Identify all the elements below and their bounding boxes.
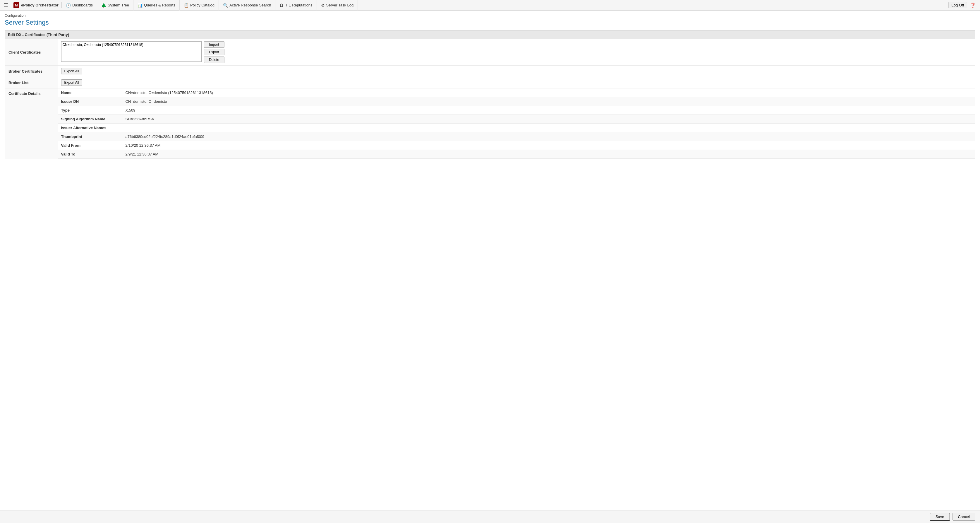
cert-detail-row: NameCN=demisto, O=demisto (1254075918261…	[58, 88, 975, 97]
policy-catalog-icon: 📋	[184, 3, 189, 8]
cert-detail-value: 2/9/21 12:36:37 AM	[122, 150, 975, 159]
breadcrumb: Configuration	[5, 13, 975, 18]
brand-icon: M	[13, 2, 19, 8]
certificate-details-label: Certificate Details	[5, 88, 58, 159]
client-certificates-value-cell: CN=demisto, O=demisto (12540759182611318…	[58, 39, 975, 65]
brand: M ePolicy Orchestrator	[11, 2, 62, 8]
broker-list-label: Broker List	[5, 77, 58, 88]
broker-list-export-all-button[interactable]: Export All	[61, 79, 83, 86]
cert-detail-value: a76b6380cd02ef224fc289a1d0f24ae01bfaf009	[122, 132, 975, 141]
nav-dashboards-label: Dashboards	[72, 3, 93, 7]
cert-detail-row: Issuer DNCN=demisto, O=demisto	[58, 97, 975, 106]
cert-details-table: NameCN=demisto, O=demisto (1254075918261…	[58, 88, 975, 159]
queries-reports-icon: 📊	[138, 3, 143, 8]
broker-list-value-cell: Export All	[58, 77, 975, 88]
cert-detail-row: Signing Algorithm NameSHA256withRSA	[58, 115, 975, 124]
delete-button[interactable]: Delete	[204, 56, 224, 63]
nav-server-task-log[interactable]: ⚙ Server Task Log	[317, 0, 358, 11]
logoff-button[interactable]: Log Off	[948, 2, 967, 8]
server-task-log-icon: ⚙	[321, 3, 325, 8]
cert-detail-row: Issuer Alternative Names	[58, 124, 975, 132]
cert-input-area: CN=demisto, O=demisto (12540759182611318…	[61, 41, 972, 63]
section-header: Edit DXL Certificates (Third Party)	[5, 30, 975, 39]
client-certificates-textarea[interactable]: CN=demisto, O=demisto (12540759182611318…	[61, 41, 202, 62]
broker-certificates-row: Broker Certificates Export All	[5, 65, 975, 77]
cert-buttons: Import Export Delete	[204, 41, 224, 63]
cert-detail-value: CN=demisto, O=demisto (12540759182611318…	[122, 88, 975, 97]
nav-active-response-search-label: Active Response Search	[229, 3, 271, 7]
save-button[interactable]: Save	[930, 513, 950, 521]
brand-label: ePolicy Orchestrator	[21, 3, 59, 7]
cert-detail-label: Valid From	[58, 141, 122, 150]
cert-detail-value: 2/10/20 12:36:37 AM	[122, 141, 975, 150]
bottom-bar: Save Cancel	[0, 510, 980, 523]
cert-detail-row: Valid To2/9/21 12:36:37 AM	[58, 150, 975, 159]
cancel-button[interactable]: Cancel	[953, 513, 975, 521]
topnav: ☰ M ePolicy Orchestrator 🕐 Dashboards 🌲 …	[0, 0, 980, 11]
cert-detail-label: Issuer Alternative Names	[58, 124, 122, 132]
cert-detail-label: Type	[58, 106, 122, 115]
broker-certificates-export-all-button[interactable]: Export All	[61, 68, 83, 74]
cert-detail-value: X.509	[122, 106, 975, 115]
topnav-right: Log Off ❓	[945, 2, 979, 8]
page-title: Server Settings	[5, 19, 975, 26]
cert-detail-label: Issuer DN	[58, 97, 122, 106]
help-icon[interactable]: ❓	[970, 2, 976, 8]
cert-detail-label: Valid To	[58, 150, 122, 159]
hamburger-menu[interactable]: ☰	[1, 2, 11, 8]
cert-detail-value: CN=demisto, O=demisto	[122, 97, 975, 106]
nav-items: 🕐 Dashboards 🌲 System Tree 📊 Queries & R…	[62, 0, 945, 11]
main-content: Configuration Server Settings Edit DXL C…	[0, 11, 980, 510]
certificate-details-value-cell: NameCN=demisto, O=demisto (1254075918261…	[58, 88, 975, 159]
cert-detail-label: Name	[58, 88, 122, 97]
nav-tie-reputations-label: TIE Reputations	[285, 3, 312, 7]
certificate-details-row: Certificate Details NameCN=demisto, O=de…	[5, 88, 975, 159]
cert-detail-label: Thumbprint	[58, 132, 122, 141]
active-response-search-icon: 🔍	[223, 3, 228, 8]
dashboards-icon: 🕐	[66, 3, 71, 8]
nav-system-tree-label: System Tree	[108, 3, 129, 7]
broker-certificates-value-cell: Export All	[58, 65, 975, 77]
system-tree-icon: 🌲	[101, 3, 106, 8]
cert-detail-row: TypeX.509	[58, 106, 975, 115]
client-certificates-row: Client Certificates CN=demisto, O=demist…	[5, 39, 975, 65]
nav-policy-catalog[interactable]: 📋 Policy Catalog	[180, 0, 219, 11]
nav-queries-reports-label: Queries & Reports	[144, 3, 175, 7]
cert-detail-row: Valid From2/10/20 12:36:37 AM	[58, 141, 975, 150]
nav-active-response-search[interactable]: 🔍 Active Response Search	[219, 0, 275, 11]
nav-tie-reputations[interactable]: 🗒 TIE Reputations	[275, 0, 317, 11]
import-button[interactable]: Import	[204, 41, 224, 48]
broker-certificates-label: Broker Certificates	[5, 65, 58, 77]
cert-detail-label: Signing Algorithm Name	[58, 115, 122, 124]
broker-list-row: Broker List Export All	[5, 77, 975, 88]
export-button[interactable]: Export	[204, 49, 224, 55]
cert-detail-row: Thumbprinta76b6380cd02ef224fc289a1d0f24a…	[58, 132, 975, 141]
nav-system-tree[interactable]: 🌲 System Tree	[97, 0, 134, 11]
nav-policy-catalog-label: Policy Catalog	[190, 3, 215, 7]
client-certificates-label: Client Certificates	[5, 39, 58, 65]
nav-dashboards[interactable]: 🕐 Dashboards	[62, 0, 97, 11]
cert-detail-value: SHA256withRSA	[122, 115, 975, 124]
nav-queries-reports[interactable]: 📊 Queries & Reports	[134, 0, 180, 11]
cert-detail-value	[122, 124, 975, 132]
nav-server-task-log-label: Server Task Log	[326, 3, 354, 7]
form-table: Client Certificates CN=demisto, O=demist…	[5, 39, 975, 159]
tie-reputations-icon: 🗒	[280, 3, 283, 8]
